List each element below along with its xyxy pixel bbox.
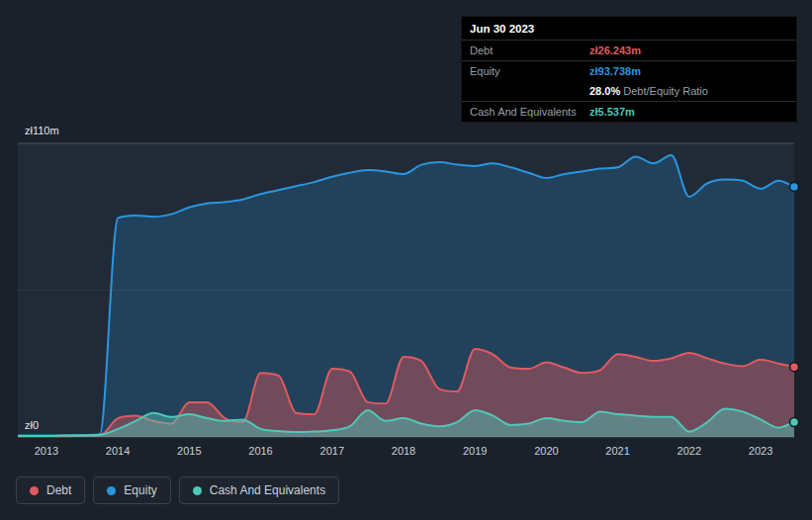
tooltip-cash-label: Cash And Equivalents [470, 106, 589, 118]
tooltip-debt-label: Debt [470, 44, 589, 56]
debt-equity-history-chart: zł110m zł0 20132014201520162017201820192… [0, 0, 812, 520]
tooltip-row-cash: Cash And Equivalents zł5.537m [462, 102, 796, 122]
x-tick-2017: 2017 [320, 445, 344, 457]
debt-equity-ratio-label: Debt/Equity Ratio [623, 85, 708, 97]
debt-end-marker [790, 363, 799, 372]
x-tick-2015: 2015 [177, 445, 201, 457]
legend-item-equity[interactable]: Equity [93, 477, 170, 504]
x-tick-2021: 2021 [605, 445, 629, 457]
debt-series-dot-icon [30, 486, 39, 495]
y-axis-label-max: zł110m [25, 125, 59, 136]
tooltip: Jun 30 2023 Debt zł26.243m Equity zł93.7… [461, 16, 797, 123]
legend-item-debt[interactable]: Debt [16, 477, 85, 504]
x-axis: 2013201420152016201720182019202020212022… [0, 445, 812, 461]
x-tick-2023: 2023 [749, 445, 772, 457]
x-tick-2016: 2016 [248, 445, 272, 457]
tooltip-row-ratio: 28.0% Debt/Equity Ratio [462, 81, 796, 102]
equity-series-dot-icon [107, 486, 116, 495]
tooltip-debt-value: zł26.243m [589, 44, 788, 56]
legend-equity-label: Equity [124, 483, 156, 497]
legend-cash-label: Cash And Equivalents [210, 483, 325, 497]
x-tick-2013: 2013 [35, 445, 58, 457]
cash-series-dot-icon [193, 486, 202, 495]
tooltip-row-debt: Debt zł26.243m [462, 41, 796, 61]
tooltip-equity-value: zł93.738m [589, 65, 788, 77]
x-tick-2020: 2020 [534, 445, 558, 457]
cash-and-equivalents-end-marker [790, 418, 799, 427]
x-tick-2014: 2014 [106, 445, 130, 457]
tooltip-row-equity: Equity zł93.738m [462, 61, 796, 81]
tooltip-equity-label: Equity [470, 65, 589, 77]
legend-item-cash[interactable]: Cash And Equivalents [179, 477, 339, 504]
legend-debt-label: Debt [46, 483, 71, 497]
legend: Debt Equity Cash And Equivalents [16, 477, 339, 504]
x-tick-2018: 2018 [392, 445, 415, 457]
equity-end-marker [790, 182, 799, 191]
x-tick-2022: 2022 [677, 445, 701, 457]
tooltip-date: Jun 30 2023 [462, 17, 796, 41]
x-tick-2019: 2019 [463, 445, 487, 457]
tooltip-cash-value: zł5.537m [589, 106, 788, 118]
y-axis-label-zero: zł0 [25, 419, 39, 431]
debt-equity-ratio-value: 28.0% [589, 85, 620, 97]
